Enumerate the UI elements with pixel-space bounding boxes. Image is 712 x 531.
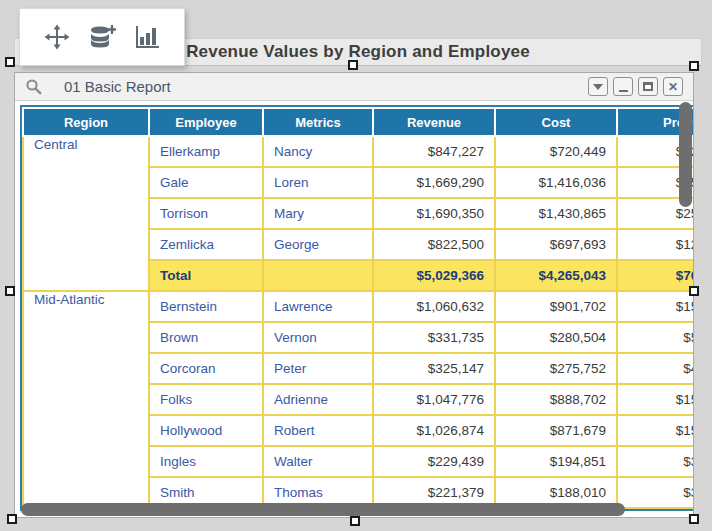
- close-button[interactable]: ✕: [663, 77, 683, 96]
- resize-handle-top-left[interactable]: [5, 57, 15, 67]
- total-empty-cell: [263, 260, 373, 291]
- resize-handle-middle-left[interactable]: [5, 286, 15, 296]
- resize-handle-bottom-right[interactable]: [689, 514, 699, 524]
- profit-cell: $34,588: [617, 446, 693, 477]
- employee-last-name-cell: Gale: [149, 167, 263, 198]
- column-header-region[interactable]: Region: [23, 108, 149, 136]
- cost-cell: $720,449: [495, 136, 617, 167]
- cost-cell: $871,679: [495, 415, 617, 446]
- revenue-cell: $1,047,776: [373, 384, 495, 415]
- dashboard-editor-canvas: { "document": { "title": "Revenue Values…: [0, 0, 712, 531]
- employee-first-name-cell: Mary: [263, 198, 373, 229]
- report-window: 01 Basic Report ✕ RegionEmployeeMetricsR…: [14, 72, 694, 518]
- revenue-cell: $847,227: [373, 136, 495, 167]
- horizontal-scrollbar[interactable]: [21, 503, 625, 516]
- revenue-cell: $1,690,350: [373, 198, 495, 229]
- revenue-cell: $325,147: [373, 353, 495, 384]
- column-header-cost[interactable]: Cost: [495, 108, 617, 136]
- search-icon[interactable]: [25, 78, 42, 95]
- employee-last-name-cell: Brown: [149, 322, 263, 353]
- employee-first-name-cell: Vernon: [263, 322, 373, 353]
- employee-last-name-cell: Ingles: [149, 446, 263, 477]
- resize-handle-top-right[interactable]: [689, 61, 699, 71]
- employee-last-name-cell: Bernstein: [149, 291, 263, 322]
- total-profit-cell: $764,323: [617, 260, 693, 291]
- employee-first-name-cell: Walter: [263, 446, 373, 477]
- cost-cell: $888,702: [495, 384, 617, 415]
- grid-data-row: CentralEllerkampNancy$847,227$720,449$12…: [23, 136, 693, 167]
- region-cell: Central: [23, 136, 149, 291]
- resize-handle-bottom-left[interactable]: [7, 514, 17, 524]
- employee-last-name-cell: Ellerkamp: [149, 136, 263, 167]
- employee-first-name-cell: Robert: [263, 415, 373, 446]
- minimize-icon: [619, 90, 628, 92]
- profit-cell: $155,195: [617, 415, 693, 446]
- cost-cell: $194,851: [495, 446, 617, 477]
- column-header-employee[interactable]: Employee: [149, 108, 263, 136]
- vertical-scrollbar[interactable]: [679, 102, 692, 207]
- maximize-button[interactable]: [638, 77, 658, 96]
- employee-last-name-cell: Hollywood: [149, 415, 263, 446]
- cost-cell: $697,693: [495, 229, 617, 260]
- employee-first-name-cell: George: [263, 229, 373, 260]
- cost-cell: $901,702: [495, 291, 617, 322]
- resize-handle-middle-right[interactable]: [689, 286, 699, 296]
- revenue-cell: $229,439: [373, 446, 495, 477]
- document-title: Revenue Values by Region and Employee: [186, 42, 530, 62]
- employee-last-name-cell: Folks: [149, 384, 263, 415]
- employee-first-name-cell: Peter: [263, 353, 373, 384]
- chevron-down-icon: [593, 84, 603, 90]
- employee-last-name-cell: Corcoran: [149, 353, 263, 384]
- window-controls: ✕: [588, 77, 683, 96]
- resize-handle-bottom-center[interactable]: [350, 516, 360, 526]
- move-icon[interactable]: [42, 22, 72, 52]
- total-label-cell: Total: [149, 260, 263, 291]
- report-grid: RegionEmployeeMetricsRevenueCostProfitCe…: [20, 105, 693, 511]
- cost-cell: $280,504: [495, 322, 617, 353]
- employee-last-name-cell: Torrison: [149, 198, 263, 229]
- floating-toolbar: [19, 8, 185, 66]
- grid-header-row: RegionEmployeeMetricsRevenueCostProfit: [23, 108, 693, 136]
- revenue-cell: $1,026,874: [373, 415, 495, 446]
- revenue-cell: $331,735: [373, 322, 495, 353]
- employee-first-name-cell: Lawrence: [263, 291, 373, 322]
- resize-handle-top-center[interactable]: [348, 60, 358, 70]
- bar-chart-icon[interactable]: [132, 22, 162, 52]
- maximize-icon: [643, 82, 653, 91]
- revenue-cell: $822,500: [373, 229, 495, 260]
- report-grid-viewport: RegionEmployeeMetricsRevenueCostProfitCe…: [15, 101, 693, 517]
- report-window-titlebar[interactable]: 01 Basic Report ✕: [15, 73, 693, 101]
- close-icon: ✕: [668, 81, 678, 93]
- cost-cell: $1,430,865: [495, 198, 617, 229]
- cost-cell: $1,416,036: [495, 167, 617, 198]
- report-title: 01 Basic Report: [64, 78, 171, 95]
- minimize-button[interactable]: [613, 77, 633, 96]
- add-dataset-icon[interactable]: [87, 22, 117, 52]
- profit-cell: $49,395: [617, 353, 693, 384]
- column-header-revenue[interactable]: Revenue: [373, 108, 495, 136]
- profit-cell: $51,231: [617, 322, 693, 353]
- cost-cell: $275,752: [495, 353, 617, 384]
- employee-last-name-cell: Zemlicka: [149, 229, 263, 260]
- profit-cell: $158,930: [617, 291, 693, 322]
- total-cost-cell: $4,265,043: [495, 260, 617, 291]
- employee-first-name-cell: Adrienne: [263, 384, 373, 415]
- employee-first-name-cell: Nancy: [263, 136, 373, 167]
- profit-cell: $33,369: [617, 477, 693, 508]
- region-cell: Mid-Atlantic: [23, 291, 149, 508]
- dropdown-menu-button[interactable]: [588, 77, 608, 96]
- employee-first-name-cell: Loren: [263, 167, 373, 198]
- profit-cell: $159,074: [617, 384, 693, 415]
- total-revenue-cell: $5,029,366: [373, 260, 495, 291]
- revenue-cell: $1,060,632: [373, 291, 495, 322]
- profit-cell: $124,807: [617, 229, 693, 260]
- grid-data-row: Mid-AtlanticBernsteinLawrence$1,060,632$…: [23, 291, 693, 322]
- revenue-cell: $1,669,290: [373, 167, 495, 198]
- column-header-metrics[interactable]: Metrics: [263, 108, 373, 136]
